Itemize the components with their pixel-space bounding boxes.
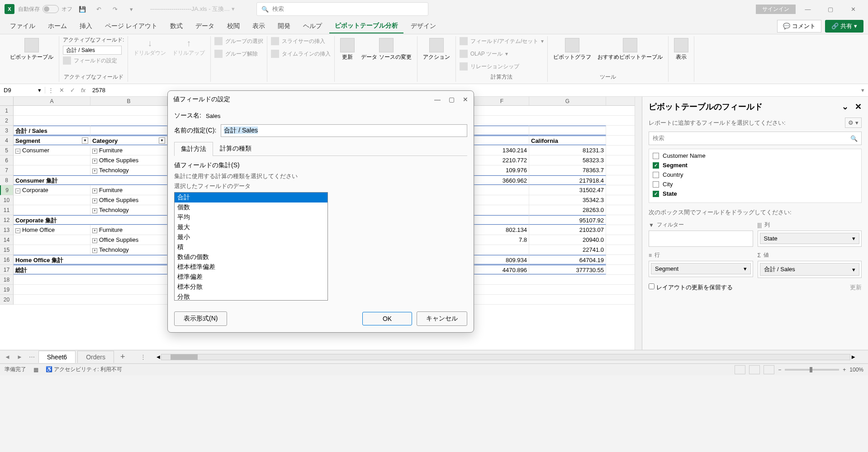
enter-formula-icon[interactable]: ✓	[67, 87, 78, 94]
tab-formulas[interactable]: 数式	[165, 19, 188, 33]
row-header[interactable]: 10	[0, 195, 14, 205]
aggregation-listbox[interactable]: 合計個数平均最大最小積数値の個数標本標準偏差標準偏差標本分散分散	[174, 192, 328, 301]
relationships-button[interactable]: リレーションシップ	[460, 61, 519, 71]
tab-data[interactable]: データ	[190, 19, 220, 33]
group-select-button[interactable]: グループの選択	[214, 36, 263, 46]
tab-file[interactable]: ファイル	[5, 19, 41, 33]
field-list-item[interactable]: Country	[651, 170, 859, 179]
row-header[interactable]: 2	[0, 116, 14, 126]
minimize-icon[interactable]: —	[797, 2, 818, 16]
field-list-item[interactable]: City	[651, 179, 859, 189]
cell[interactable]: 109.976	[475, 165, 529, 175]
cell[interactable]: 802.134	[475, 225, 529, 235]
row-header[interactable]: 15	[0, 245, 14, 255]
cell[interactable]: Home Office 集計	[14, 255, 167, 264]
row-header[interactable]: 5	[0, 146, 14, 155]
slicer-button[interactable]: スライサーの挿入	[271, 36, 325, 46]
checkbox-icon[interactable]	[653, 172, 659, 178]
cell[interactable]: Category▾	[90, 136, 167, 145]
row-header[interactable]: 17	[0, 265, 14, 275]
row-header[interactable]: 18	[0, 275, 14, 285]
share-button[interactable]: 🔗 共有 ▾	[825, 20, 863, 33]
expand-formula-icon[interactable]: ▾	[857, 87, 868, 94]
vertical-scrollbar[interactable]	[635, 97, 642, 350]
aggregation-option[interactable]: 個数	[175, 202, 327, 212]
redo-icon[interactable]: ↷	[109, 3, 121, 15]
cell[interactable]: 64704.19	[529, 255, 606, 264]
aggregation-option[interactable]: 標本分散	[175, 282, 327, 292]
col-header[interactable]: F	[475, 97, 529, 105]
undo-icon[interactable]: ↶	[92, 3, 105, 15]
number-format-button[interactable]: 表示形式(N)	[174, 311, 227, 326]
checkbox-icon[interactable]	[653, 153, 659, 159]
row-header[interactable]: 8	[0, 175, 14, 185]
sheet-menu-icon[interactable]: ⋯	[27, 353, 37, 360]
scroll-left-icon[interactable]: ◄	[155, 353, 161, 360]
cell[interactable]	[475, 205, 529, 215]
cell[interactable]: 1340.214	[475, 146, 529, 155]
value-field-chip[interactable]: 合計 / Sales▾	[760, 263, 860, 276]
signin-button[interactable]: サインイン	[756, 5, 796, 14]
zoom-level[interactable]: 100%	[849, 367, 863, 373]
col-header[interactable]: A	[14, 97, 90, 105]
sheet-next-icon[interactable]: ►	[15, 353, 24, 360]
aggregation-option[interactable]: 標本標準偏差	[175, 262, 327, 272]
actions-button[interactable]: アクション	[421, 36, 452, 63]
fields-items-button[interactable]: フィールド/アイテム/セット ▾	[460, 36, 544, 46]
pivot-chart-button[interactable]: ピボットグラフ	[551, 36, 593, 63]
row-header[interactable]: 3	[0, 126, 14, 136]
cell[interactable]	[14, 205, 90, 215]
qat-customize-icon[interactable]: ▾	[125, 3, 138, 15]
cell[interactable]	[14, 165, 90, 175]
horizontal-scrollbar[interactable]: ⋮ ◄ ►	[131, 353, 865, 360]
cell[interactable]: +Technology	[90, 205, 167, 215]
update-button[interactable]: 更新	[850, 283, 862, 292]
cell[interactable]: 合計 / Sales	[14, 126, 90, 135]
row-header[interactable]: 20	[0, 295, 14, 305]
refresh-button[interactable]: 更新	[338, 36, 356, 63]
comments-button[interactable]: 💬 コメント	[777, 20, 821, 33]
pivot-table-button[interactable]: ピボットテーブル	[8, 36, 55, 63]
chevron-down-icon[interactable]: ⌄	[842, 102, 849, 112]
cell[interactable]	[475, 245, 529, 254]
field-settings-button[interactable]: フィールドの設定	[63, 56, 117, 66]
row-header[interactable]: 7	[0, 165, 14, 175]
row-header[interactable]: 11	[0, 205, 14, 215]
cell[interactable]: 20940.0	[529, 235, 606, 245]
zoom-out-button[interactable]: −	[778, 367, 781, 373]
change-source-button[interactable]: データ ソースの変更	[359, 36, 413, 63]
tab-developer[interactable]: 開発	[272, 19, 296, 33]
sheet-tab-active[interactable]: Sheet6	[38, 351, 76, 363]
cell[interactable]: −Corporate	[14, 185, 90, 195]
sheet-tab[interactable]: Orders	[77, 351, 114, 363]
defer-layout-checkbox[interactable]: レイアウトの更新を保留する	[649, 283, 733, 292]
cell[interactable]: 22741.0	[529, 245, 606, 254]
row-header[interactable]: 12	[0, 215, 14, 225]
recommended-button[interactable]: おすすめピボットテーブル	[596, 36, 664, 63]
page-break-view-button[interactable]	[764, 365, 774, 374]
dialog-minimize-icon[interactable]: —	[434, 96, 441, 103]
cell[interactable]	[14, 155, 90, 165]
row-field-chip[interactable]: Segment▾	[651, 263, 751, 274]
cell[interactable]: +Office Supplies	[90, 195, 167, 205]
cell[interactable]: 35342.3	[529, 195, 606, 205]
autosave-toggle[interactable]: 自動保存 オフ	[18, 5, 72, 13]
field-list-item[interactable]: Customer Name	[651, 151, 859, 160]
fx-icon[interactable]: fx	[78, 87, 89, 94]
cell[interactable]: 21023.07	[529, 225, 606, 235]
tab-insert[interactable]: 挿入	[74, 19, 98, 33]
accessibility-status[interactable]: ♿ アクセシビリティ: 利用不可	[46, 366, 122, 373]
cancel-button[interactable]: キャンセル	[417, 311, 467, 326]
tab-help[interactable]: ヘルプ	[298, 19, 327, 33]
col-header[interactable]: B	[90, 97, 167, 105]
cell[interactable]: 7.8	[475, 235, 529, 245]
cell[interactable]: +Office Supplies	[90, 235, 167, 245]
tab-review[interactable]: 校閲	[222, 19, 245, 33]
dialog-close-icon[interactable]: ✕	[463, 96, 468, 103]
aggregation-option[interactable]: 最小	[175, 232, 327, 242]
cell[interactable]	[14, 245, 90, 254]
row-header[interactable]: 16	[0, 255, 14, 265]
normal-view-button[interactable]	[735, 365, 745, 374]
cell[interactable]: +Technology	[90, 165, 167, 175]
search-box[interactable]: 🔍 検索	[256, 2, 428, 16]
